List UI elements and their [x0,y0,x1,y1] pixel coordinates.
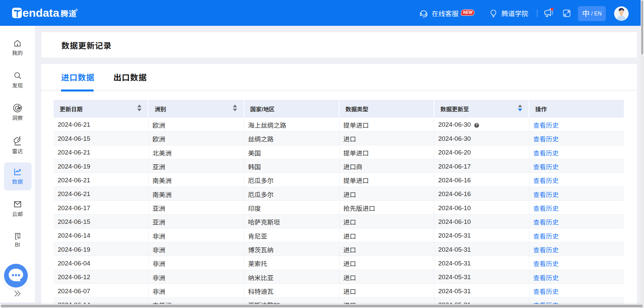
svg-text:BI: BI [17,236,20,239]
